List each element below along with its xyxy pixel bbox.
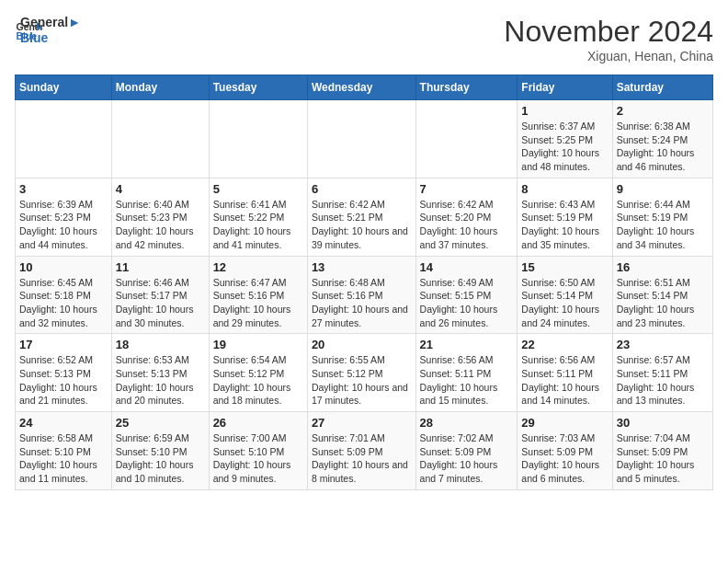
day-number: 11	[116, 260, 205, 274]
day-info: Sunrise: 7:04 AM Sunset: 5:09 PM Dayligh…	[617, 431, 709, 486]
calendar-header: SundayMondayTuesdayWednesdayThursdayFrid…	[16, 75, 713, 100]
day-info: Sunrise: 6:57 AM Sunset: 5:11 PM Dayligh…	[617, 353, 709, 408]
day-number: 23	[617, 338, 709, 351]
calendar-cell: 19Sunrise: 6:54 AM Sunset: 5:12 PM Dayli…	[209, 334, 307, 412]
calendar-week-3: 10Sunrise: 6:45 AM Sunset: 5:18 PM Dayli…	[16, 256, 713, 334]
day-info: Sunrise: 6:37 AM Sunset: 5:25 PM Dayligh…	[521, 120, 608, 174]
calendar-cell: 16Sunrise: 6:51 AM Sunset: 5:14 PM Dayli…	[612, 256, 712, 334]
day-info: Sunrise: 6:53 AM Sunset: 5:13 PM Dayligh…	[116, 353, 205, 408]
calendar-cell	[307, 100, 415, 178]
calendar-cell: 21Sunrise: 6:56 AM Sunset: 5:11 PM Dayli…	[415, 334, 518, 412]
day-number: 9	[617, 182, 709, 196]
day-info: Sunrise: 6:48 AM Sunset: 5:16 PM Dayligh…	[312, 276, 412, 330]
calendar-cell: 15Sunrise: 6:50 AM Sunset: 5:14 PM Dayli…	[518, 256, 612, 334]
calendar-cell	[16, 100, 112, 178]
calendar-cell: 26Sunrise: 7:00 AM Sunset: 5:10 PM Dayli…	[209, 412, 307, 490]
day-number: 27	[312, 416, 412, 430]
day-number: 26	[213, 416, 303, 430]
day-info: Sunrise: 6:41 AM Sunset: 5:22 PM Dayligh…	[213, 198, 303, 252]
header-day-friday: Friday	[518, 75, 612, 100]
calendar-cell: 25Sunrise: 6:59 AM Sunset: 5:10 PM Dayli…	[111, 412, 209, 490]
day-number: 28	[420, 416, 514, 430]
calendar-cell: 5Sunrise: 6:41 AM Sunset: 5:22 PM Daylig…	[209, 178, 307, 256]
month-title: November 2024	[504, 15, 713, 49]
day-number: 3	[19, 182, 108, 196]
location: Xiguan, Henan, China	[504, 49, 713, 63]
day-number: 8	[521, 182, 608, 196]
day-info: Sunrise: 7:01 AM Sunset: 5:09 PM Dayligh…	[312, 431, 412, 486]
day-info: Sunrise: 7:03 AM Sunset: 5:09 PM Dayligh…	[521, 431, 608, 486]
day-number: 16	[617, 260, 709, 274]
day-number: 12	[213, 260, 303, 274]
header-day-wednesday: Wednesday	[307, 75, 415, 100]
calendar-cell: 18Sunrise: 6:53 AM Sunset: 5:13 PM Dayli…	[111, 334, 209, 412]
day-info: Sunrise: 6:49 AM Sunset: 5:15 PM Dayligh…	[420, 276, 514, 330]
day-number: 10	[19, 260, 108, 274]
calendar-week-5: 24Sunrise: 6:58 AM Sunset: 5:10 PM Dayli…	[16, 412, 713, 490]
day-info: Sunrise: 6:40 AM Sunset: 5:23 PM Dayligh…	[116, 198, 205, 252]
calendar-cell: 29Sunrise: 7:03 AM Sunset: 5:09 PM Dayli…	[518, 412, 612, 490]
calendar-cell: 24Sunrise: 6:58 AM Sunset: 5:10 PM Dayli…	[16, 412, 112, 490]
page-header: General Blue General Blue General► Blue …	[15, 15, 713, 63]
day-info: Sunrise: 6:38 AM Sunset: 5:24 PM Dayligh…	[617, 120, 709, 174]
day-info: Sunrise: 7:00 AM Sunset: 5:10 PM Dayligh…	[213, 431, 303, 486]
calendar-cell: 30Sunrise: 7:04 AM Sunset: 5:09 PM Dayli…	[612, 412, 712, 490]
day-info: Sunrise: 6:56 AM Sunset: 5:11 PM Dayligh…	[521, 353, 608, 408]
day-number: 25	[116, 416, 205, 430]
calendar-cell: 20Sunrise: 6:55 AM Sunset: 5:12 PM Dayli…	[307, 334, 415, 412]
day-number: 20	[312, 338, 412, 351]
day-info: Sunrise: 6:50 AM Sunset: 5:14 PM Dayligh…	[521, 276, 608, 330]
day-number: 30	[617, 416, 709, 430]
calendar-cell: 4Sunrise: 6:40 AM Sunset: 5:23 PM Daylig…	[111, 178, 209, 256]
day-number: 18	[116, 338, 205, 351]
header-day-tuesday: Tuesday	[209, 75, 307, 100]
logo: General Blue General Blue General► Blue	[15, 15, 81, 46]
header-row: SundayMondayTuesdayWednesdayThursdayFrid…	[16, 75, 713, 100]
day-info: Sunrise: 6:47 AM Sunset: 5:16 PM Dayligh…	[213, 276, 303, 330]
calendar-cell: 14Sunrise: 6:49 AM Sunset: 5:15 PM Dayli…	[415, 256, 518, 334]
day-number: 15	[521, 260, 608, 274]
calendar-cell: 9Sunrise: 6:44 AM Sunset: 5:19 PM Daylig…	[612, 178, 712, 256]
calendar-cell: 11Sunrise: 6:46 AM Sunset: 5:17 PM Dayli…	[111, 256, 209, 334]
calendar-week-2: 3Sunrise: 6:39 AM Sunset: 5:23 PM Daylig…	[16, 178, 713, 256]
day-info: Sunrise: 6:54 AM Sunset: 5:12 PM Dayligh…	[213, 353, 303, 408]
calendar-cell: 22Sunrise: 6:56 AM Sunset: 5:11 PM Dayli…	[518, 334, 612, 412]
calendar-cell: 3Sunrise: 6:39 AM Sunset: 5:23 PM Daylig…	[16, 178, 112, 256]
header-day-monday: Monday	[111, 75, 209, 100]
day-info: Sunrise: 6:59 AM Sunset: 5:10 PM Dayligh…	[116, 431, 205, 486]
day-info: Sunrise: 6:39 AM Sunset: 5:23 PM Dayligh…	[19, 198, 108, 252]
calendar-cell	[415, 100, 518, 178]
day-info: Sunrise: 6:56 AM Sunset: 5:11 PM Dayligh…	[420, 353, 514, 408]
calendar-cell: 12Sunrise: 6:47 AM Sunset: 5:16 PM Dayli…	[209, 256, 307, 334]
calendar-cell	[111, 100, 209, 178]
day-number: 17	[19, 338, 108, 351]
day-number: 1	[521, 104, 608, 118]
day-info: Sunrise: 6:46 AM Sunset: 5:17 PM Dayligh…	[116, 276, 205, 330]
header-day-saturday: Saturday	[612, 75, 712, 100]
day-number: 22	[521, 338, 608, 351]
calendar-table: SundayMondayTuesdayWednesdayThursdayFrid…	[15, 75, 713, 490]
calendar-cell: 27Sunrise: 7:01 AM Sunset: 5:09 PM Dayli…	[307, 412, 415, 490]
calendar-cell: 17Sunrise: 6:52 AM Sunset: 5:13 PM Dayli…	[16, 334, 112, 412]
day-info: Sunrise: 7:02 AM Sunset: 5:09 PM Dayligh…	[420, 431, 514, 486]
day-number: 7	[420, 182, 514, 196]
day-info: Sunrise: 6:42 AM Sunset: 5:20 PM Dayligh…	[420, 198, 514, 252]
calendar-cell: 23Sunrise: 6:57 AM Sunset: 5:11 PM Dayli…	[612, 334, 712, 412]
calendar-body: 1Sunrise: 6:37 AM Sunset: 5:25 PM Daylig…	[16, 100, 713, 490]
day-info: Sunrise: 6:52 AM Sunset: 5:13 PM Dayligh…	[19, 353, 108, 408]
day-info: Sunrise: 6:51 AM Sunset: 5:14 PM Dayligh…	[617, 276, 709, 330]
day-number: 6	[312, 182, 412, 196]
day-info: Sunrise: 6:58 AM Sunset: 5:10 PM Dayligh…	[19, 431, 108, 486]
day-number: 24	[19, 416, 108, 430]
day-info: Sunrise: 6:42 AM Sunset: 5:21 PM Dayligh…	[312, 198, 412, 252]
calendar-week-4: 17Sunrise: 6:52 AM Sunset: 5:13 PM Dayli…	[16, 334, 713, 412]
day-number: 14	[420, 260, 514, 274]
calendar-cell: 8Sunrise: 6:43 AM Sunset: 5:19 PM Daylig…	[518, 178, 612, 256]
title-block: November 2024 Xiguan, Henan, China	[504, 15, 713, 63]
calendar-cell: 1Sunrise: 6:37 AM Sunset: 5:25 PM Daylig…	[518, 100, 612, 178]
calendar-cell: 6Sunrise: 6:42 AM Sunset: 5:21 PM Daylig…	[307, 178, 415, 256]
day-info: Sunrise: 6:44 AM Sunset: 5:19 PM Dayligh…	[617, 198, 709, 252]
calendar-cell: 13Sunrise: 6:48 AM Sunset: 5:16 PM Dayli…	[307, 256, 415, 334]
day-number: 4	[116, 182, 205, 196]
day-info: Sunrise: 6:45 AM Sunset: 5:18 PM Dayligh…	[19, 276, 108, 330]
